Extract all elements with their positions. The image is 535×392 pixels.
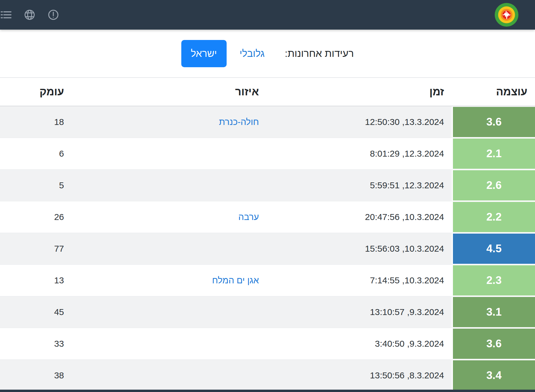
depth-cell: 13 — [0, 265, 72, 296]
tabs-section: רעידות אחרונות: גלובלי ישראל — [0, 30, 535, 78]
region-cell: אגן ים המלח — [72, 265, 267, 296]
depth-cell: 5 — [0, 170, 72, 201]
navbar-actions — [0, 9, 59, 21]
time-cell: 12.3.2024, 8:01:29 — [267, 138, 452, 170]
table-header-row: עוצמה זמן איזור עומק — [0, 78, 535, 106]
globe-icon[interactable] — [24, 9, 36, 21]
region-cell — [72, 328, 267, 360]
table-row: 2.3 10.3.2024, 7:14:55 אגן ים המלח 13 — [0, 265, 535, 296]
depth-cell: 6 — [0, 138, 72, 170]
depth-cell: 38 — [0, 360, 72, 391]
magnitude-cell: 3.6 — [452, 328, 535, 360]
magnitude-badge: 4.5 — [453, 234, 535, 264]
header-magnitude: עוצמה — [452, 78, 535, 106]
magnitude-cell: 2.2 — [452, 201, 535, 233]
time-cell: 8.3.2024, 13:50:56 — [267, 360, 452, 391]
region-cell — [72, 138, 267, 170]
time-cell: 9.3.2024, 3:40:50 — [267, 328, 452, 360]
depth-cell: 33 — [0, 328, 72, 360]
table-row: 3.6 9.3.2024, 3:40:50 33 — [0, 328, 535, 360]
region-cell: ערבה — [72, 201, 267, 233]
region-cell — [72, 233, 267, 265]
time-cell: 12.3.2024, 5:59:51 — [267, 170, 452, 201]
tab-israel[interactable]: ישראל — [181, 40, 227, 67]
region-cell — [72, 360, 267, 391]
alert-circle-icon[interactable] — [47, 9, 59, 21]
region-link[interactable]: חולה-כנרת — [219, 117, 259, 127]
magnitude-cell: 4.5 — [452, 233, 535, 265]
region-cell — [72, 170, 267, 201]
magnitude-cell: 2.3 — [452, 265, 535, 296]
region-cell — [72, 296, 267, 328]
seismograph-logo-icon[interactable] — [495, 3, 518, 27]
recent-quakes-label: רעידות אחרונות: — [285, 48, 354, 59]
magnitude-badge: 3.4 — [453, 360, 535, 391]
region-cell: חולה-כנרת — [72, 106, 267, 138]
magnitude-badge: 2.1 — [453, 139, 535, 169]
depth-cell: 18 — [0, 106, 72, 138]
magnitude-cell: 3.4 — [452, 360, 535, 391]
tab-global[interactable]: גלובלי — [238, 45, 266, 62]
magnitude-badge: 3.6 — [453, 329, 535, 359]
table-row: 3.6 13.3.2024, 12:50:30 חולה-כנרת 18 — [0, 106, 535, 138]
header-time: זמן — [267, 78, 452, 106]
time-cell: 10.3.2024, 7:14:55 — [267, 265, 452, 296]
depth-cell: 77 — [0, 233, 72, 265]
header-depth: עומק — [0, 78, 72, 106]
magnitude-badge: 2.6 — [453, 170, 535, 200]
magnitude-cell: 3.6 — [452, 106, 535, 138]
table-row: 2.2 10.3.2024, 20:47:56 ערבה 26 — [0, 201, 535, 233]
table-row: 2.1 12.3.2024, 8:01:29 6 — [0, 138, 535, 170]
table-row: 3.1 9.3.2024, 13:10:57 45 — [0, 296, 535, 328]
magnitude-badge: 3.6 — [453, 107, 535, 137]
magnitude-cell: 2.6 — [452, 170, 535, 201]
time-cell: 13.3.2024, 12:50:30 — [267, 106, 452, 138]
region-link[interactable]: ערבה — [238, 212, 259, 222]
region-link[interactable]: אגן ים המלח — [212, 275, 259, 285]
magnitude-badge: 2.3 — [453, 265, 535, 295]
table-row: 3.4 8.3.2024, 13:50:56 38 — [0, 360, 535, 391]
header-region: איזור — [72, 78, 267, 106]
time-cell: 10.3.2024, 15:56:03 — [267, 233, 452, 265]
magnitude-cell: 2.1 — [452, 138, 535, 170]
table-row: 4.5 10.3.2024, 15:56:03 77 — [0, 233, 535, 265]
list-icon[interactable] — [0, 9, 12, 21]
depth-cell: 26 — [0, 201, 72, 233]
earthquakes-table: עוצמה זמן איזור עומק 3.6 13.3.2024, 12:5… — [0, 78, 535, 391]
time-cell: 9.3.2024, 13:10:57 — [267, 296, 452, 328]
magnitude-cell: 3.1 — [452, 296, 535, 328]
magnitude-badge: 2.2 — [453, 202, 535, 232]
footer-edge — [0, 390, 535, 392]
time-cell: 10.3.2024, 20:47:56 — [267, 201, 452, 233]
magnitude-badge: 3.1 — [453, 297, 535, 327]
navbar — [0, 0, 535, 30]
depth-cell: 45 — [0, 296, 72, 328]
table-row: 2.6 12.3.2024, 5:59:51 5 — [0, 170, 535, 201]
